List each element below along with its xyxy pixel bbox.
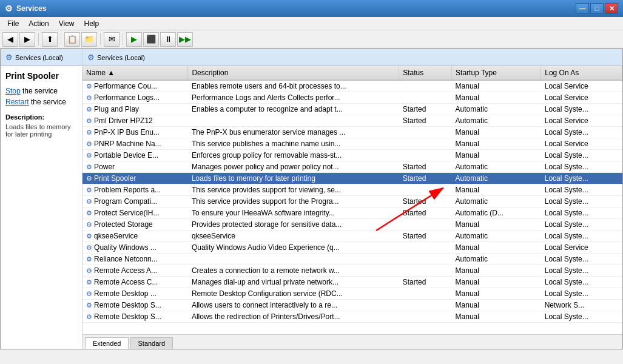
table-row[interactable]: ⚙ PowerManages power policy and power po… [83, 161, 622, 173]
service-startup-type: Manual [452, 150, 541, 161]
col-name[interactable]: Name ▲ [83, 66, 188, 80]
service-description: Manages dial-up and virtual private netw… [188, 277, 399, 288]
table-row[interactable]: ⚙ Plug and PlayEnables a computer to rec… [83, 104, 622, 115]
service-startup-type: Automatic [452, 115, 541, 127]
service-description: This service publishes a machine name us… [188, 138, 399, 150]
service-name: PnP-X IP Bus Enu... [94, 128, 160, 136]
service-status [399, 92, 452, 104]
tab-extended[interactable]: Extended [85, 337, 129, 349]
table-row[interactable]: ⚙ Problem Reports a...This service provi… [83, 184, 622, 196]
service-description: Provides protected storage for sensitive… [188, 219, 399, 231]
table-row[interactable]: ⚙ Remote Access A...Creates a connection… [83, 265, 622, 277]
table-row[interactable]: ⚙ Quality Windows ...Quality Windows Aud… [83, 242, 622, 254]
service-icon: ⚙ [86, 244, 94, 251]
back-button[interactable]: ◀ [2, 32, 18, 47]
close-button[interactable]: ✕ [605, 3, 618, 14]
service-name: Performance Logs... [94, 93, 160, 102]
col-status[interactable]: Status [399, 66, 452, 80]
service-icon: ⚙ [86, 290, 94, 297]
play-button[interactable]: ▶ [126, 32, 142, 47]
table-row[interactable]: ⚙ Remote Desktop S...Allows users to con… [83, 300, 622, 311]
service-log-on-as: Local Syste... [541, 207, 622, 219]
service-name: Reliance Netconn... [94, 255, 158, 263]
service-status [399, 184, 452, 196]
table-row[interactable]: ⚙ Protect Service(IH...To ensure your IH… [83, 207, 622, 219]
table-row[interactable]: ⚙ qkseeServiceqkseeServiceStartedAutomat… [83, 231, 622, 242]
service-name: Remote Desktop S... [94, 301, 161, 309]
table-row[interactable]: ⚙ Program Compati...This service provide… [83, 196, 622, 207]
up-button[interactable]: ⬆ [42, 32, 58, 47]
table-row[interactable]: ⚙ Pml Driver HPZ12StartedAutomaticLocal … [83, 115, 622, 127]
stop-button[interactable]: ⬛ [143, 32, 159, 47]
service-log-on-as: Local Syste... [541, 277, 622, 288]
service-status: Started [399, 207, 452, 219]
service-startup-type: Manual [452, 265, 541, 277]
restart-link[interactable]: Restart [5, 98, 29, 106]
col-description[interactable]: Description [188, 66, 399, 80]
service-status [399, 127, 452, 138]
folder-button[interactable]: 📁 [81, 32, 97, 47]
service-log-on-as: Local Syste... [541, 288, 622, 300]
service-startup-type: Manual [452, 219, 541, 231]
restart-button[interactable]: ▶▶ [177, 32, 193, 47]
minimize-button[interactable]: — [576, 3, 589, 14]
service-status: Started [399, 196, 452, 207]
table-row[interactable]: ⚙ Remote Access C...Manages dial-up and … [83, 277, 622, 288]
service-startup-type: Automatic [452, 104, 541, 115]
service-status [399, 219, 452, 231]
menu-view[interactable]: View [54, 18, 79, 29]
properties-button[interactable]: ✉ [104, 32, 120, 47]
service-startup-type: Manual [452, 277, 541, 288]
col-startup-type[interactable]: Startup Type [452, 66, 541, 80]
service-name: Program Compati... [94, 197, 157, 206]
menu-action[interactable]: Action [24, 18, 53, 29]
forward-button[interactable]: ▶ [19, 32, 35, 47]
table-row[interactable]: ⚙ Print SpoolerLoads files to memory for… [83, 173, 622, 184]
table-row[interactable]: ⚙ Remote Desktop ...Remote Desktop Confi… [83, 288, 622, 300]
stop-link[interactable]: Stop [5, 87, 21, 95]
service-icon: ⚙ [86, 209, 94, 217]
service-icon: ⚙ [86, 198, 94, 205]
service-log-on-as: Local Service [541, 115, 622, 127]
service-icon: ⚙ [86, 232, 94, 240]
service-log-on-as: Local Syste... [541, 184, 622, 196]
service-icon: ⚙ [86, 313, 94, 320]
col-log-on-as[interactable]: Log On As [541, 66, 622, 80]
service-description: Enables a computer to recognize and adap… [188, 104, 399, 115]
table-row[interactable]: ⚙ Portable Device E...Enforces group pol… [83, 150, 622, 161]
service-startup-type: Manual [452, 311, 541, 323]
maximize-button[interactable]: □ [590, 3, 604, 14]
service-startup-type: Manual [452, 80, 541, 92]
service-description: This service provides support for viewin… [188, 184, 399, 196]
menu-help[interactable]: Help [79, 18, 104, 29]
bottom-tabs: Extended Standard [83, 334, 622, 349]
service-status [399, 254, 452, 265]
menu-bar: File Action View Help [0, 17, 623, 30]
show-hide-button[interactable]: 📋 [64, 32, 80, 47]
table-row[interactable]: ⚙ Remote Desktop S...Allows the redirect… [83, 311, 622, 323]
stop-action[interactable]: Stop the service [5, 87, 77, 95]
service-status: Started [399, 115, 452, 127]
table-row[interactable]: ⚙ Reliance Netconn...AutomaticLocal Syst… [83, 254, 622, 265]
services-table-container[interactable]: Name ▲ Description Status Startup Type L [83, 66, 622, 334]
service-description [188, 254, 399, 265]
restart-action[interactable]: Restart the service [5, 98, 77, 106]
table-row[interactable]: ⚙ PNRP Machine Na...This service publish… [83, 138, 622, 150]
table-row[interactable]: ⚙ Performance Cou...Enables remote users… [83, 80, 622, 92]
service-description: Remote Desktop Configuration service (RD… [188, 288, 399, 300]
pause-button[interactable]: ⏸ [160, 32, 176, 47]
service-status: Started [399, 104, 452, 115]
service-status: Started [399, 277, 452, 288]
service-name: Print Spooler [94, 174, 136, 183]
tab-standard[interactable]: Standard [130, 337, 173, 349]
table-row[interactable]: ⚙ PnP-X IP Bus Enu...The PnP-X bus enume… [83, 127, 622, 138]
table-row[interactable]: ⚙ Performance Logs...Performance Logs an… [83, 92, 622, 104]
service-log-on-as: Local Syste... [541, 254, 622, 265]
window-title: Services [16, 4, 46, 13]
service-icon: ⚙ [86, 267, 94, 274]
desc-text: Loads files to memory for later printing [5, 123, 77, 138]
table-row[interactable]: ⚙ Protected StorageProvides protected st… [83, 219, 622, 231]
service-log-on-as: Local Syste... [541, 311, 622, 323]
left-panel-header: ⚙ Services (Local) [1, 49, 82, 66]
menu-file[interactable]: File [2, 18, 24, 29]
